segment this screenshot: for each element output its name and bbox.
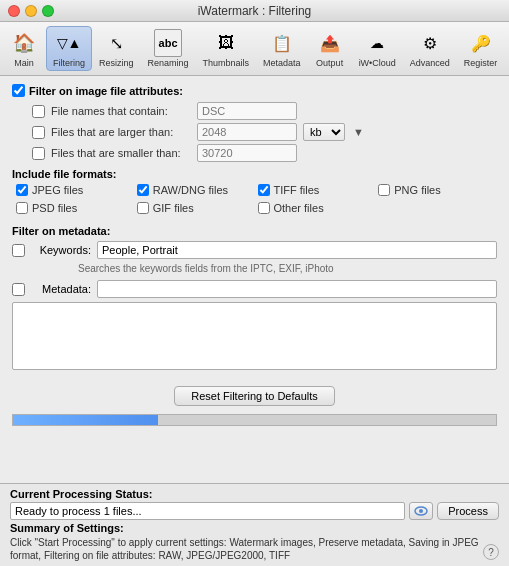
format-other-checkbox[interactable] <box>258 202 270 214</box>
metadata-input[interactable] <box>97 280 497 298</box>
format-png-label: PNG files <box>394 184 440 196</box>
metadata-checkbox[interactable] <box>12 283 25 296</box>
main-content: Filter on image file attributes: File na… <box>0 76 509 434</box>
resizing-icon: ⤡ <box>102 29 130 57</box>
file-smaller-checkbox[interactable] <box>32 147 45 160</box>
format-tiff: TIFF files <box>258 184 377 196</box>
keywords-input[interactable] <box>97 241 497 259</box>
toolbar: 🏠 Main ▽▲ Filtering ⤡ Resizing abc Renam… <box>0 22 509 76</box>
toolbar-item-resizing[interactable]: ⤡ Resizing <box>92 26 141 71</box>
metadata-icon: 📋 <box>268 29 296 57</box>
toolbar-label-metadata: Metadata <box>263 58 301 68</box>
metadata-textarea[interactable] <box>12 302 497 370</box>
toolbar-item-output[interactable]: 📤 Output <box>308 26 352 71</box>
toolbar-label-register: Register <box>464 58 498 68</box>
summary-label: Summary of Settings: <box>10 522 499 534</box>
eye-icon <box>414 506 428 516</box>
search-hint: Searches the keywords fields from the IP… <box>78 263 497 274</box>
toolbar-label-filtering: Filtering <box>53 58 85 68</box>
window-controls[interactable] <box>8 5 54 17</box>
toolbar-label-resizing: Resizing <box>99 58 134 68</box>
file-smaller-input[interactable] <box>197 144 297 162</box>
filter-attrs-checkbox[interactable] <box>12 84 25 97</box>
format-jpeg: JPEG files <box>16 184 135 196</box>
filter-attrs-label: Filter on image file attributes: <box>29 85 183 97</box>
keywords-checkbox[interactable] <box>12 244 25 257</box>
toolbar-item-thumbnails[interactable]: 🖼 Thumbnails <box>196 26 257 71</box>
dropdown-arrow-icon: ▼ <box>353 126 364 138</box>
file-larger-checkbox[interactable] <box>32 126 45 139</box>
status-row: Process <box>10 502 499 520</box>
reset-button[interactable]: Reset Filtering to Defaults <box>174 386 335 406</box>
format-other-label: Other files <box>274 202 324 214</box>
main-icon: 🏠 <box>10 29 38 57</box>
minimize-button[interactable] <box>25 5 37 17</box>
toolbar-item-iwcloud[interactable]: ☁ iW•Cloud <box>352 26 403 71</box>
file-names-row: File names that contain: <box>32 102 497 120</box>
toolbar-label-iwcloud: iW•Cloud <box>359 58 396 68</box>
file-larger-row: Files that are larger than: kb mb ▼ <box>32 123 497 141</box>
metadata-section-label: Filter on metadata: <box>12 225 497 237</box>
format-raw-label: RAW/DNG files <box>153 184 228 196</box>
unit-select[interactable]: kb mb <box>303 123 345 141</box>
format-psd-label: PSD files <box>32 202 77 214</box>
format-gif-checkbox[interactable] <box>137 202 149 214</box>
toolbar-label-advanced: Advanced <box>410 58 450 68</box>
process-button[interactable]: Process <box>437 502 499 520</box>
advanced-icon: ⚙ <box>416 29 444 57</box>
format-gif-label: GIF files <box>153 202 194 214</box>
metadata-row: Metadata: <box>12 280 497 298</box>
toolbar-label-renaming: Renaming <box>148 58 189 68</box>
window-title: iWatermark : Filtering <box>198 4 312 18</box>
format-jpeg-checkbox[interactable] <box>16 184 28 196</box>
preview-button[interactable] <box>409 502 433 520</box>
file-names-label: File names that contain: <box>51 105 191 117</box>
toolbar-item-filtering[interactable]: ▽▲ Filtering <box>46 26 92 71</box>
format-raw-checkbox[interactable] <box>137 184 149 196</box>
metadata-label: Metadata: <box>31 283 91 295</box>
file-formats-label: Include file formats: <box>12 168 497 180</box>
toolbar-item-metadata[interactable]: 📋 Metadata <box>256 26 308 71</box>
register-icon: 🔑 <box>467 29 495 57</box>
format-gif: GIF files <box>137 202 256 214</box>
title-bar: iWatermark : Filtering <box>0 0 509 22</box>
format-raw: RAW/DNG files <box>137 184 256 196</box>
file-names-input[interactable] <box>197 102 297 120</box>
file-names-checkbox[interactable] <box>32 105 45 118</box>
close-button[interactable] <box>8 5 20 17</box>
file-smaller-label: Files that are smaller than: <box>51 147 191 159</box>
svg-point-1 <box>419 509 423 513</box>
output-icon: 📤 <box>316 29 344 57</box>
filter-attrs-section: Filter on image file attributes: <box>12 84 497 97</box>
file-larger-label: Files that are larger than: <box>51 126 191 138</box>
progress-bar-fill <box>13 415 158 425</box>
maximize-button[interactable] <box>42 5 54 17</box>
toolbar-item-register[interactable]: 🔑 Register <box>457 26 505 71</box>
keywords-label: Keywords: <box>31 244 91 256</box>
format-tiff-label: TIFF files <box>274 184 320 196</box>
toolbar-label-thumbnails: Thumbnails <box>203 58 250 68</box>
thumbnails-icon: 🖼 <box>212 29 240 57</box>
iwcloud-icon: ☁ <box>363 29 391 57</box>
format-jpeg-label: JPEG files <box>32 184 83 196</box>
toolbar-item-main[interactable]: 🏠 Main <box>2 26 46 71</box>
format-psd-checkbox[interactable] <box>16 202 28 214</box>
summary-text: Click "Start Processing" to apply curren… <box>10 536 499 562</box>
format-tiff-checkbox[interactable] <box>258 184 270 196</box>
toolbar-label-main: Main <box>14 58 34 68</box>
toolbar-item-renaming[interactable]: abc Renaming <box>141 26 196 71</box>
file-smaller-row: Files that are smaller than: <box>32 144 497 162</box>
progress-bar-container <box>12 414 497 426</box>
renaming-icon: abc <box>154 29 182 57</box>
status-input[interactable] <box>10 502 405 520</box>
filtering-icon: ▽▲ <box>55 29 83 57</box>
keywords-row: Keywords: <box>12 241 497 259</box>
file-larger-input[interactable] <box>197 123 297 141</box>
help-button[interactable]: ? <box>483 544 499 560</box>
status-section: Current Processing Status: Process Summa… <box>0 483 509 566</box>
format-png-checkbox[interactable] <box>378 184 390 196</box>
toolbar-label-output: Output <box>316 58 343 68</box>
file-formats-grid: JPEG files RAW/DNG files TIFF files PNG … <box>16 184 497 217</box>
toolbar-item-advanced[interactable]: ⚙ Advanced <box>403 26 457 71</box>
format-psd: PSD files <box>16 202 135 214</box>
